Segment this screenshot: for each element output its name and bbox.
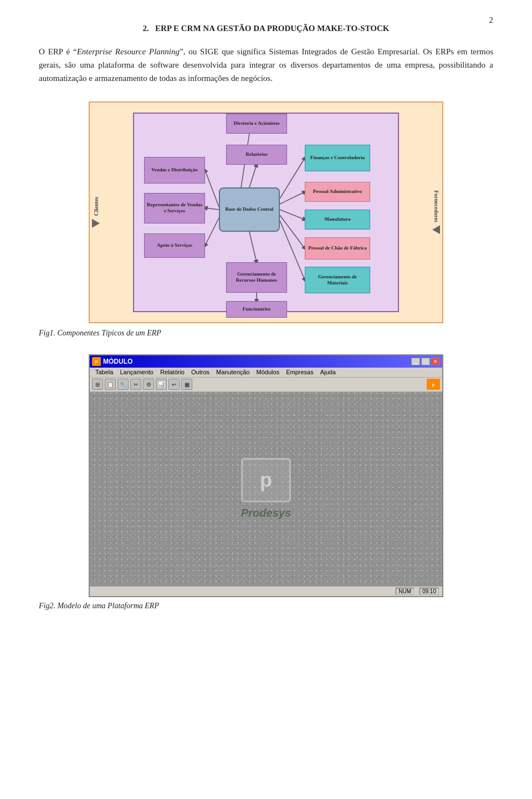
toolbar-icon-8[interactable]: ▦ <box>181 379 192 390</box>
window-content: p Prodesys <box>90 392 442 586</box>
maximize-button[interactable]: □ <box>421 358 430 365</box>
splash-logo: p Prodesys <box>241 458 291 520</box>
toolbar-icon-1[interactable]: ⊞ <box>92 379 103 390</box>
box-apoio: Apoio à Serviços <box>144 233 205 258</box>
erp-diagram: Clientes Fornecedores Diretoria e Acioni… <box>89 101 443 323</box>
box-gerenciamento-rh: Gerenciamento de Recursos Humanos <box>226 262 287 293</box>
toolbar-icon-2[interactable]: 📋 <box>105 379 116 390</box>
splash-logo-box: p <box>241 458 291 502</box>
window-controls[interactable]: _ □ ✕ <box>411 358 440 365</box>
menu-outros[interactable]: Outros <box>188 368 213 376</box>
clientes-arrow-icon <box>92 219 100 228</box>
box-relatorios: Relatórios <box>226 145 287 165</box>
box-manufatura: Manufatura <box>305 210 370 230</box>
fig1-caption: Fig1. Componentes Típicos de um ERP <box>39 329 493 338</box>
box-vendas: Vendas e Distribuição <box>144 157 205 184</box>
box-financas: Finanças e Controladoria <box>305 145 370 171</box>
page-number: 2 <box>489 16 494 25</box>
text-middle: ”, ou SIGE que significa Sistemas Integr… <box>180 47 420 56</box>
text-intro: O ERP é “ <box>39 47 77 56</box>
section-number: 2. <box>143 24 149 33</box>
titlebar-left: p MÓDULO <box>92 357 132 366</box>
section-heading: 2. ERP E CRM NA GESTÃO DA PRODUÇÃO MAKE-… <box>39 22 493 35</box>
splash-text: Prodesys <box>241 507 291 520</box>
window-titlebar: p MÓDULO _ □ ✕ <box>90 355 442 368</box>
menu-ajuda[interactable]: Ajuda <box>317 368 339 376</box>
menu-empresas[interactable]: Empresas <box>283 368 317 376</box>
fornecedores-arrow-icon <box>432 225 440 234</box>
fig2-caption: Fig2. Modelo de uma Plataforma ERP <box>39 602 493 610</box>
body-paragraph-1: O ERP é “Enterprise Resource Planning”, … <box>39 45 493 85</box>
erp-diagram-container: Clientes Fornecedores Diretoria e Acioni… <box>39 101 493 323</box>
window-menubar: Tabela Lançamento Relatório Outros Manut… <box>90 368 442 378</box>
fornecedores-label: Fornecedores <box>433 190 439 222</box>
toolbar-icon-5[interactable]: ⚙ <box>143 379 154 390</box>
box-diretoria: Diretoria e Acionistas <box>226 114 287 134</box>
status-time: 09:10 <box>420 588 439 595</box>
box-representantes: Representantes de Vendas e Serviços <box>144 193 205 223</box>
minimize-button[interactable]: _ <box>411 358 420 365</box>
toolbar-logo-icon: p <box>427 379 440 390</box>
box-pessoal-chao: Pessoal de Chão de Fábrica <box>305 237 370 259</box>
window-toolbar: ⊞ 📋 🔧 ✂ ⚙ 📊 ↩ ▦ p <box>90 378 442 392</box>
toolbar-icon-4[interactable]: ✂ <box>130 379 141 390</box>
window-title: MÓDULO <box>103 358 132 365</box>
box-central-db: Base de Dados Central <box>219 187 280 232</box>
titlebar-logo-icon: p <box>92 357 101 366</box>
toolbar-icon-7[interactable]: ↩ <box>168 379 180 390</box>
splash-logo-inner-icon: p <box>260 469 272 492</box>
box-gerenciamento-materiais: Gerenciamento de Materiais <box>305 267 370 293</box>
menu-lancamento[interactable]: Lançamento <box>116 368 157 376</box>
close-button[interactable]: ✕ <box>431 358 440 365</box>
menu-modulos[interactable]: Módulos <box>253 368 283 376</box>
menu-manutencao[interactable]: Manutenção <box>213 368 253 376</box>
status-num: NUM <box>396 588 414 595</box>
toolbar-icon-6[interactable]: 📊 <box>156 379 167 390</box>
menu-tabela[interactable]: Tabela <box>92 368 116 376</box>
section-title: ERP E CRM NA GESTÃO DA PRODUÇÃO MAKE-TO-… <box>155 24 389 33</box>
toolbar-icon-3[interactable]: 🔧 <box>117 379 129 390</box>
box-funcionarios: Funcionários <box>226 301 287 318</box>
menu-relatorio[interactable]: Relatório <box>157 368 188 376</box>
text-italic: Enterprise Resource Planning <box>77 47 180 56</box>
clientes-label: Clientes <box>93 196 99 215</box>
box-pessoal-admin: Pessoal Administrativo <box>305 182 370 202</box>
window-statusbar: NUM 09:10 <box>90 586 442 596</box>
software-window: p MÓDULO _ □ ✕ Tabela Lançamento Relatór… <box>89 354 443 597</box>
